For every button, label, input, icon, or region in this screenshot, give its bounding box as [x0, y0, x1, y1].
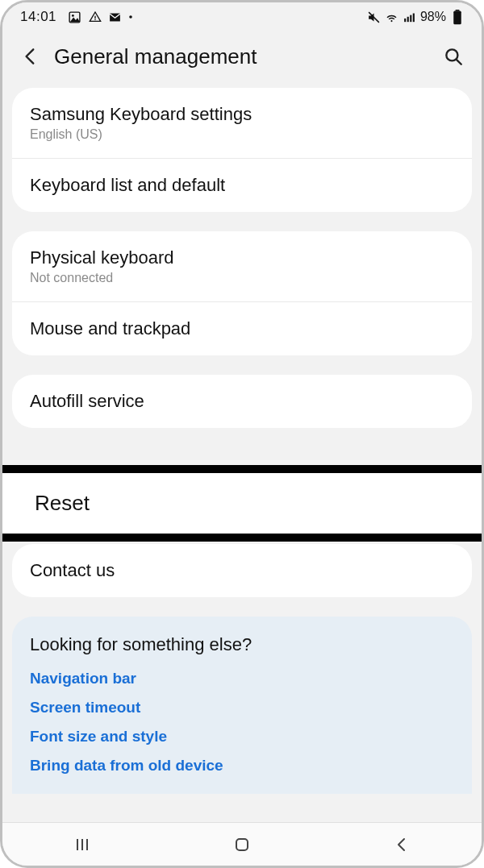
battery-percent: 98%: [420, 10, 446, 24]
signal-icon: [403, 10, 416, 24]
mute-icon: [367, 10, 381, 24]
back-button[interactable]: [17, 43, 44, 70]
link-bring-data[interactable]: Bring data from old device: [30, 757, 454, 775]
svg-rect-9: [410, 15, 411, 22]
link-screen-timeout[interactable]: Screen timeout: [30, 699, 454, 716]
svg-line-14: [457, 60, 461, 64]
svg-rect-18: [236, 839, 248, 850]
svg-rect-10: [413, 13, 415, 22]
navigation-bar: [2, 822, 482, 866]
card-contact: Contact us: [12, 544, 472, 597]
row-subtitle: English (US): [30, 127, 454, 142]
back-icon: [392, 835, 411, 854]
wifi-icon: [385, 10, 398, 24]
status-right: 98%: [367, 10, 464, 24]
card-autofill: Autofill service: [12, 375, 472, 428]
dot-icon: [128, 10, 133, 24]
image-icon: [68, 10, 81, 24]
svg-rect-7: [404, 18, 406, 21]
card-keyboard: Samsung Keyboard settings English (US) K…: [12, 88, 472, 212]
row-title: Autofill service: [30, 391, 454, 412]
svg-rect-3: [94, 19, 95, 20]
nav-back-button[interactable]: [386, 829, 418, 861]
row-title: Reset: [35, 491, 449, 516]
card-suggestions: Looking for something else? Navigation b…: [12, 617, 472, 794]
svg-rect-2: [94, 16, 95, 19]
reset-highlight: Reset: [2, 465, 482, 542]
content: Samsung Keyboard settings English (US) K…: [2, 88, 482, 794]
row-subtitle: Not connected: [30, 271, 454, 285]
row-physical-keyboard[interactable]: Physical keyboard Not connected: [12, 231, 472, 301]
row-keyboard-list[interactable]: Keyboard list and default: [12, 158, 472, 212]
row-title: Keyboard list and default: [30, 175, 454, 196]
svg-rect-12: [453, 10, 461, 24]
status-left: 14:01: [20, 9, 133, 25]
header: General management: [2, 31, 482, 88]
row-title: Contact us: [30, 560, 454, 581]
page-title: General management: [54, 44, 440, 69]
warning-icon: [88, 10, 102, 24]
row-title: Mouse and trackpad: [30, 318, 454, 339]
row-contact-us[interactable]: Contact us: [12, 544, 472, 597]
search-icon: [443, 46, 464, 67]
svg-point-1: [72, 14, 74, 16]
status-bar: 14:01 98%: [2, 2, 482, 31]
home-icon: [232, 835, 252, 854]
row-samsung-keyboard[interactable]: Samsung Keyboard settings English (US): [12, 88, 472, 158]
row-reset[interactable]: Reset: [2, 473, 482, 534]
link-navigation-bar[interactable]: Navigation bar: [30, 670, 454, 687]
svg-point-5: [129, 15, 132, 19]
recents-icon: [73, 835, 92, 854]
row-title: Physical keyboard: [30, 247, 454, 268]
mail-icon: [108, 10, 122, 24]
chevron-left-icon: [20, 46, 41, 67]
row-autofill[interactable]: Autofill service: [12, 375, 472, 428]
nav-home-button[interactable]: [226, 829, 258, 861]
search-button[interactable]: [440, 43, 467, 70]
card-physical: Physical keyboard Not connected Mouse an…: [12, 231, 472, 355]
row-mouse-trackpad[interactable]: Mouse and trackpad: [12, 301, 472, 355]
battery-icon: [450, 10, 464, 24]
svg-rect-8: [407, 16, 409, 21]
suggest-title: Looking for something else?: [30, 634, 454, 655]
link-font-size-style[interactable]: Font size and style: [30, 728, 454, 745]
status-clock: 14:01: [20, 9, 56, 25]
nav-recents-button[interactable]: [66, 829, 98, 861]
row-title: Samsung Keyboard settings: [30, 104, 454, 125]
svg-rect-11: [455, 10, 459, 11]
device-frame: 14:01 98%: [0, 0, 484, 868]
